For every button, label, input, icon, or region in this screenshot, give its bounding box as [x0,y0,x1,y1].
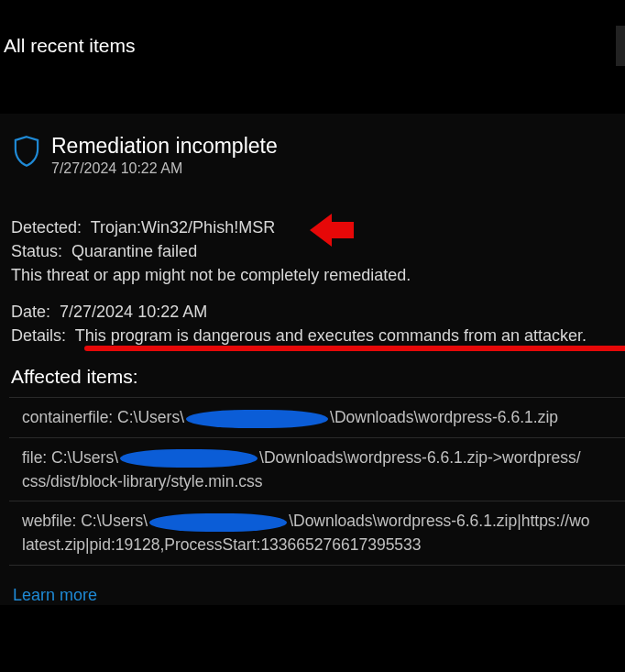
affected-item-suffix: \Downloads\wordpress-6.6.1.zip|https://w… [289,512,589,530]
page-header: All recent items [0,0,625,57]
affected-item-prefix: webfile: C:\Users\ [22,512,148,530]
date-label: Date: [11,303,50,321]
card-title-block: Remediation incomplete 7/27/2024 10:22 A… [51,134,278,177]
affected-item-suffix: \Downloads\wordpress-6.6.1.zip->wordpres… [259,448,581,467]
threat-summary: This threat or app might not be complete… [11,263,625,287]
affected-item: file: C:\Users\\Downloads\wordpress-6.6.… [9,437,625,501]
affected-item: webfile: C:\Users\\Downloads\wordpress-6… [9,501,625,566]
page-title: All recent items [4,35,625,57]
card-header: Remediation incomplete 7/27/2024 10:22 A… [9,134,625,177]
red-arrow-annotation [310,210,356,250]
affected-item: containerfile: C:\Users\\Downloads\wordp… [9,397,625,436]
status-value: Quarantine failed [71,242,197,260]
red-underline-annotation [84,346,625,351]
threat-card: Remediation incomplete 7/27/2024 10:22 A… [0,114,625,605]
status-label: Status: [11,242,62,260]
affected-items-heading: Affected items: [9,366,625,388]
details-label: Details: [11,326,66,345]
learn-more-link[interactable]: Learn more [13,586,97,605]
date-details-block: Date: 7/27/2024 10:22 AM Details: This p… [9,300,625,347]
affected-item-prefix: containerfile: C:\Users\ [22,408,184,426]
card-timestamp: 7/27/2024 10:22 AM [51,160,278,177]
details-row: Details: This program is dangerous and e… [11,324,625,347]
detection-block: Detected: Trojan:Win32/Phish!MSR Status:… [9,215,625,287]
affected-item-line2: css/dist/block-library/style.min.css [22,472,263,490]
shield-icon [13,136,40,167]
detected-label: Detected: [11,218,82,237]
redacted-text [120,449,258,468]
card-title: Remediation incomplete [51,134,278,159]
redacted-text [186,410,328,428]
redacted-text [149,513,287,532]
date-value: 7/27/2024 10:22 AM [60,303,207,321]
detected-value: Trojan:Win32/Phish!MSR [91,218,275,237]
affected-item-suffix: \Downloads\wordpress-6.6.1.zip [330,408,558,426]
side-button-fragment[interactable] [616,26,625,66]
date-row: Date: 7/27/2024 10:22 AM [11,300,625,324]
details-value: This program is dangerous and executes c… [75,326,587,345]
affected-item-line2: latest.zip|pid:19128,ProcessStart:133665… [22,535,422,554]
affected-items-list: containerfile: C:\Users\\Downloads\wordp… [9,397,625,565]
affected-item-prefix: file: C:\Users\ [22,448,118,467]
svg-marker-0 [310,214,354,247]
